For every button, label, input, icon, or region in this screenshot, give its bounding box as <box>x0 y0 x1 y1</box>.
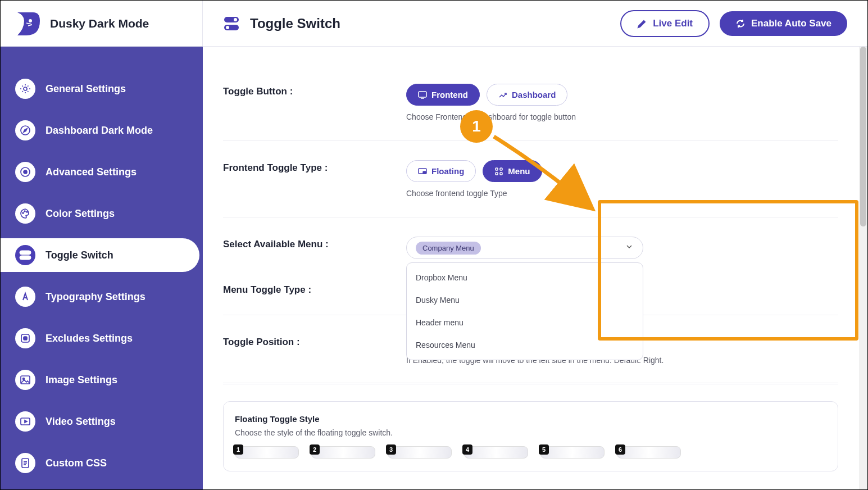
enable-autosave-button[interactable]: Enable Auto Save <box>720 11 847 36</box>
label-toggle-position: Toggle Position : <box>223 334 406 348</box>
toggle-style-option-3[interactable]: 3 <box>388 446 452 459</box>
annotation-badge-1: 1 <box>460 110 493 143</box>
svg-marker-7 <box>24 129 27 132</box>
svg-point-4 <box>226 26 229 29</box>
floating-style-title: Floating Toggle Style <box>235 414 826 424</box>
svg-rect-19 <box>21 376 30 384</box>
live-edit-label: Live Edit <box>653 18 693 29</box>
chevron-down-icon <box>625 242 634 253</box>
svg-rect-30 <box>419 92 426 97</box>
grid-icon <box>494 167 503 176</box>
svg-marker-22 <box>25 420 27 423</box>
doc-icon <box>15 453 35 473</box>
sidebar-item-label: Dashboard Dark Mode <box>46 125 153 137</box>
type-icon <box>15 287 35 307</box>
sidebar-item-label: Video Settings <box>46 416 116 428</box>
sidebar-item-label: Color Settings <box>46 208 115 220</box>
frontend-type-options: Floating Menu <box>406 160 838 182</box>
menu-select[interactable]: Company Menu <box>406 237 643 259</box>
logo-icon <box>15 11 42 37</box>
sidebar-item-video-settings[interactable]: Video Settings <box>1 405 199 438</box>
menu-option[interactable]: Dusky Menu <box>407 289 643 311</box>
sidebar-item-dashboard-dark-mode[interactable]: Dashboard Dark Mode <box>1 114 199 147</box>
style-number-badge: 6 <box>615 444 625 455</box>
sidebar-item-advanced-settings[interactable]: Advanced Settings <box>1 155 199 189</box>
label-toggle-button: Toggle Button : <box>223 84 406 97</box>
svg-point-0 <box>29 19 32 22</box>
monitor-icon <box>418 90 427 99</box>
topbar-brand: Dusky Dark Mode <box>1 1 203 46</box>
option-dashboard-label: Dashboard <box>512 90 556 99</box>
svg-point-14 <box>27 252 29 254</box>
image-icon <box>15 370 35 390</box>
toggle-style-option-1[interactable]: 1 <box>235 446 299 459</box>
sidebar: General SettingsDashboard Dark ModeAdvan… <box>1 47 203 489</box>
menu-option[interactable]: Header menu <box>407 311 643 334</box>
option-floating[interactable]: Floating <box>406 160 476 182</box>
topbar: Dusky Dark Mode Toggle Switch Live Edit <box>1 1 867 47</box>
svg-point-9 <box>24 170 27 174</box>
floating-style-card: Floating Toggle Style Choose the style o… <box>223 401 838 471</box>
option-menu-label: Menu <box>508 166 530 176</box>
label-select-menu: Select Available Menu : <box>223 237 406 250</box>
style-number-badge: 4 <box>462 444 472 455</box>
page-title: Toggle Switch <box>250 16 340 31</box>
scrollbar-track[interactable] <box>859 47 867 489</box>
option-menu[interactable]: Menu <box>483 160 542 182</box>
svg-point-5 <box>24 87 27 90</box>
svg-rect-35 <box>500 168 502 170</box>
svg-rect-33 <box>423 171 426 174</box>
svg-point-2 <box>234 18 237 21</box>
sliders-icon <box>15 162 35 182</box>
live-edit-button[interactable]: Live Edit <box>620 10 710 37</box>
menu-option[interactable]: Dropbox Menu <box>407 266 643 289</box>
svg-rect-18 <box>24 337 27 340</box>
sidebar-item-label: Typography Settings <box>46 291 146 303</box>
sidebar-item-general-settings[interactable]: General Settings <box>1 72 199 106</box>
sidebar-item-label: General Settings <box>46 83 126 95</box>
floating-style-options: 123456 <box>235 446 826 459</box>
palette-icon <box>15 203 35 224</box>
svg-point-12 <box>26 211 28 212</box>
float-icon <box>418 167 427 176</box>
video-icon <box>15 411 35 432</box>
style-number-badge: 5 <box>539 444 549 455</box>
style-number-badge: 1 <box>233 444 243 455</box>
row-toggle-button: Toggle Button : Frontend Dashboard <box>223 47 838 141</box>
svg-point-11 <box>24 211 25 212</box>
menu-option[interactable]: Resources Menu <box>407 334 643 356</box>
sidebar-item-label: Toggle Switch <box>46 249 113 261</box>
sidebar-item-excludes-settings[interactable]: Excludes Settings <box>1 321 199 355</box>
toggle-style-option-2[interactable]: 2 <box>311 446 375 459</box>
sidebar-item-label: Advanced Settings <box>46 166 137 178</box>
toggle-style-option-4[interactable]: 4 <box>464 446 528 459</box>
toggle-icon <box>15 245 35 265</box>
toggle-icon <box>223 15 240 32</box>
edit-icon <box>637 19 647 29</box>
option-dashboard[interactable]: Dashboard <box>487 84 567 106</box>
toggle-style-option-6[interactable]: 6 <box>617 446 681 459</box>
sidebar-item-typography-settings[interactable]: Typography Settings <box>1 280 199 314</box>
svg-rect-34 <box>496 168 498 170</box>
chartline-icon <box>498 90 507 99</box>
style-number-badge: 3 <box>386 444 396 455</box>
gear-icon <box>15 79 35 99</box>
menu-dropdown: Dropbox MenuDusky MenuHeader menuResourc… <box>406 262 643 360</box>
label-menu-toggle-type: Menu Toggle Type : <box>223 282 406 296</box>
sidebar-item-color-settings[interactable]: Color Settings <box>1 197 199 230</box>
svg-point-10 <box>22 212 24 214</box>
sidebar-item-toggle-switch[interactable]: Toggle Switch <box>1 238 199 272</box>
svg-rect-36 <box>496 173 498 175</box>
scrollbar-thumb[interactable] <box>860 47 866 226</box>
sidebar-item-analytics-reporting[interactable]: Analytics & Reporting <box>1 488 199 489</box>
sidebar-item-label: Excludes Settings <box>46 333 133 344</box>
refresh-icon <box>735 19 746 29</box>
sidebar-item-image-settings[interactable]: Image Settings <box>1 363 199 397</box>
option-frontend[interactable]: Frontend <box>406 84 480 106</box>
toggle-style-option-5[interactable]: 5 <box>540 446 605 459</box>
sidebar-item-custom-css[interactable]: Custom CSS <box>1 446 199 480</box>
hint-frontend-type: Choose frontend toggle Type <box>406 189 838 198</box>
svg-point-16 <box>21 257 24 259</box>
floating-style-hint: Choose the style of the floating toggle … <box>235 428 826 437</box>
autosave-label: Enable Auto Save <box>751 18 831 29</box>
